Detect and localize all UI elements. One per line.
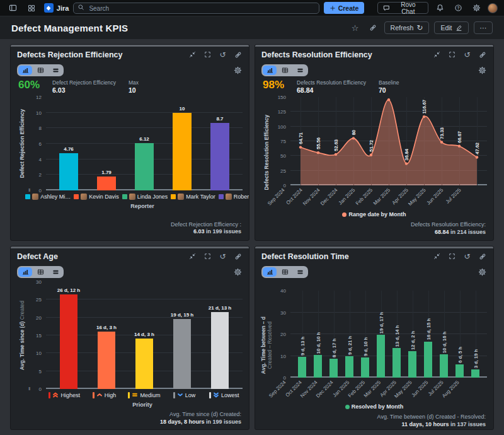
bar-Jun 2025[interactable]: 10 d, 16 h xyxy=(440,354,448,378)
settings-icon[interactable] xyxy=(469,2,483,14)
bar-Robert Cl…[interactable]: 8.7 xyxy=(210,123,229,190)
list-view-button[interactable] xyxy=(293,267,307,277)
table-view-button[interactable] xyxy=(278,66,292,75)
minimize-icon[interactable] xyxy=(432,252,442,261)
list-view-button[interactable] xyxy=(293,66,307,75)
legend-item-Mark Taylor[interactable]: Mark Taylor xyxy=(171,194,215,200)
chart-view-button[interactable] xyxy=(263,267,277,277)
legend-item-Resolved by Month[interactable]: Resolved by Month xyxy=(345,403,404,410)
x-tick-label: Jun 2025 xyxy=(410,380,429,398)
gear-icon[interactable] xyxy=(478,66,487,75)
minimize-icon[interactable] xyxy=(432,50,442,59)
fullscreen-icon[interactable] xyxy=(203,50,212,59)
table-view-button[interactable] xyxy=(33,267,47,277)
app-switcher-icon[interactable] xyxy=(25,2,38,14)
bar-High[interactable]: 16 d, 3 h xyxy=(98,332,115,389)
table-view-button[interactable] xyxy=(278,267,292,277)
star-icon[interactable]: ☆ xyxy=(349,21,362,34)
axis-drag-handle[interactable]: ‖ xyxy=(28,187,30,193)
legend-item-Range date by Month[interactable]: Range date by Month xyxy=(342,211,406,218)
bar-Feb 2025[interactable]: 19 d, 17 h xyxy=(377,335,385,378)
create-button[interactable]: Create xyxy=(324,2,365,14)
axis-drag-handle[interactable]: ‖ xyxy=(28,386,30,392)
bar-Jul 2025[interactable]: 6 d, 5 h xyxy=(455,364,464,378)
bar-Low[interactable]: 19 d, 15 h xyxy=(173,319,191,389)
chart-view-button[interactable] xyxy=(263,66,277,75)
point-value-label: 80 xyxy=(351,130,357,135)
bar-Highest[interactable]: 26 d, 12 h xyxy=(60,294,77,389)
search-input[interactable] xyxy=(73,3,319,14)
minimize-icon[interactable] xyxy=(188,50,197,59)
gear-icon[interactable] xyxy=(233,66,243,75)
bar-Ashley Mi…[interactable]: 4.76 xyxy=(59,153,78,190)
help-icon[interactable]: ? xyxy=(451,2,465,14)
gear-icon[interactable] xyxy=(233,267,243,277)
bar-value-label: 10 xyxy=(180,106,185,112)
bar-Apr 2025[interactable]: 12 d, 2 h xyxy=(408,351,416,378)
gear-icon[interactable] xyxy=(478,267,487,277)
bar-chart[interactable]: 26 d, 12 h16 d, 3 h14 d, 3 h19 d, 15 h21… xyxy=(46,282,243,389)
legend-item-Low[interactable]: Low xyxy=(166,392,202,399)
bar-Dec 2024[interactable]: 9 d, 21 h xyxy=(345,356,353,378)
legend-item-Kevin Davis[interactable]: Kevin Davis xyxy=(74,194,119,200)
edit-button[interactable]: Edit xyxy=(434,21,468,34)
bar-Jan 2025[interactable]: 9 d, 10 h xyxy=(361,357,369,378)
share-link-icon[interactable] xyxy=(367,21,379,34)
link-icon[interactable] xyxy=(478,50,487,59)
bar-slot: 16 d, 15 h xyxy=(420,291,436,378)
bar-slot: 10 xyxy=(163,97,201,190)
legend-item-Robert Cl…[interactable]: Robert Cl… xyxy=(219,194,249,200)
area-chart[interactable]: 64.7155.5652.638051.72145.4536.84116.677… xyxy=(290,97,487,185)
bar-Oct 2024[interactable]: 10 d, 10 h xyxy=(314,355,322,378)
legend-item-Highest[interactable]: Highest xyxy=(46,392,83,399)
y-tick-label: 25 xyxy=(36,297,42,303)
fullscreen-icon[interactable] xyxy=(447,50,457,59)
fullscreen-icon[interactable] xyxy=(447,252,457,261)
bar-Lowest[interactable]: 21 d, 13 h xyxy=(211,312,229,389)
jira-logo[interactable]: Jira xyxy=(44,3,69,13)
reset-icon[interactable]: ↺ xyxy=(462,252,472,261)
bar-Kevin Davis[interactable]: 1.79 xyxy=(97,177,116,190)
legend-item-Lowest[interactable]: Lowest xyxy=(206,392,243,399)
sidebar-toggle-icon[interactable] xyxy=(6,2,20,14)
reset-icon[interactable]: ↺ xyxy=(462,50,472,59)
y-tick-label: 4 xyxy=(39,156,42,162)
table-view-button[interactable] xyxy=(33,66,47,75)
bar-Medium[interactable]: 14 d, 3 h xyxy=(135,339,153,389)
bar-slot: 6.12 xyxy=(125,97,163,190)
refresh-button[interactable]: Refresh ↻ xyxy=(384,21,430,34)
more-button[interactable]: ⋯ xyxy=(474,21,493,34)
rovo-chat-button[interactable]: Rovo Chat xyxy=(377,2,428,14)
chart-view-button[interactable] xyxy=(18,66,32,75)
link-icon[interactable] xyxy=(233,252,243,261)
bar-Linda Jones[interactable]: 6.12 xyxy=(135,143,154,190)
bar-Mar 2025[interactable]: 13 d, 14 h xyxy=(392,348,401,378)
reset-icon[interactable]: ↺ xyxy=(218,252,227,261)
fullscreen-icon[interactable] xyxy=(203,252,212,261)
bar-chart[interactable]: 9 d, 13 h10 d, 10 h8 d, 17 h9 d, 21 h9 d… xyxy=(290,291,487,378)
bar-slot: 9 d, 10 h xyxy=(357,291,373,378)
legend-item-Ashley Mi…[interactable]: Ashley Mi… xyxy=(25,194,71,200)
bar-Mark Taylor[interactable]: 10 xyxy=(173,113,192,190)
link-icon[interactable] xyxy=(478,252,487,261)
legend-item-Medium[interactable]: Medium xyxy=(126,392,163,399)
minimize-icon[interactable] xyxy=(188,252,197,261)
user-avatar[interactable] xyxy=(488,3,498,13)
bar-Aug 2025[interactable]: 3 d, 19 h xyxy=(471,369,479,378)
y-tick-label: 125 xyxy=(278,109,286,115)
bar-May 2025[interactable]: 16 d, 15 h xyxy=(424,342,432,378)
legend-item-Linda Jones[interactable]: Linda Jones xyxy=(122,194,168,200)
x-tick-label: Feb 2025 xyxy=(355,187,374,206)
list-view-button[interactable] xyxy=(49,66,62,75)
link-icon[interactable] xyxy=(233,50,243,59)
kpi-secondary-label: Max xyxy=(129,79,139,86)
bar-Sep 2024[interactable]: 9 d, 13 h xyxy=(298,357,306,378)
reset-icon[interactable]: ↺ xyxy=(218,50,227,59)
legend-item-High[interactable]: High xyxy=(86,392,122,399)
chart-view-button[interactable] xyxy=(18,267,32,277)
priority-lowest-icon xyxy=(213,392,219,399)
bar-Nov 2024[interactable]: 8 d, 17 h xyxy=(329,359,338,378)
list-view-button[interactable] xyxy=(49,267,62,277)
bar-chart[interactable]: 4.761.796.12108.7 xyxy=(46,97,243,190)
notifications-icon[interactable] xyxy=(433,2,447,14)
